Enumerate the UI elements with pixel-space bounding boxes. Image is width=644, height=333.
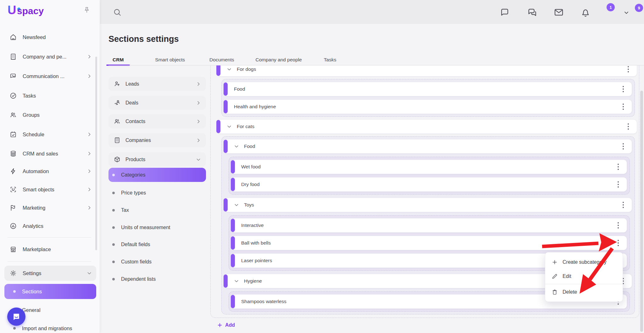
chevron-down-icon[interactable]	[234, 144, 239, 149]
kebab-menu-icon[interactable]	[619, 200, 627, 210]
kebab-menu-icon[interactable]	[624, 122, 632, 131]
kebab-menu-icon[interactable]	[624, 65, 632, 74]
chevron-down-icon[interactable]	[227, 124, 232, 129]
panel-card-leads[interactable]: Leads	[108, 77, 206, 91]
drag-accent	[224, 82, 228, 96]
page-scrollbar[interactable]	[640, 91, 643, 332]
bullet-dot	[112, 243, 115, 246]
chevron-right-icon	[87, 205, 92, 210]
category-context-menu: Create subcategory Edit Delete	[545, 252, 623, 302]
support-chat-fab[interactable]	[7, 308, 25, 326]
sidebar-item-marketing[interactable]: Marketing	[4, 201, 96, 215]
sidebar-divider	[8, 237, 91, 238]
svg-text:U: U	[8, 4, 16, 17]
category-row-for-cats[interactable]: For cats	[217, 119, 637, 134]
bell-icon[interactable]	[580, 7, 591, 18]
tab-tasks[interactable]: Tasks	[318, 54, 343, 65]
subcategory-group-for-dogs: Food Health and hygiene	[221, 79, 635, 117]
panel-item-default-fields[interactable]: Default fields	[108, 237, 206, 251]
mail-icon[interactable]	[553, 7, 564, 18]
kebab-menu-icon[interactable]	[619, 142, 627, 151]
category-row-food-cats[interactable]: Food	[224, 139, 632, 154]
panel-card-products[interactable]: Products	[108, 152, 206, 166]
chevron-right-icon	[196, 119, 201, 124]
group-chat-icon[interactable]	[527, 7, 538, 18]
kebab-menu-icon[interactable]	[614, 221, 622, 230]
sidebar-item-sections[interactable]: Sections	[4, 284, 96, 299]
sidebar-item-automation[interactable]: Automation	[4, 164, 96, 178]
category-row-health-and-hygiene[interactable]: Health and hygiene	[224, 99, 632, 114]
sidebar-item-company-and-people[interactable]: Company and pe...	[4, 50, 96, 64]
tab-smart-objects[interactable]: Smart objects	[149, 54, 191, 65]
panel-card-deals[interactable]: Deals	[108, 96, 206, 110]
tab-documents[interactable]: Documents	[203, 54, 240, 65]
sidebar-item-communication[interactable]: Communication ...	[4, 69, 96, 83]
panel-item-price-types[interactable]: Price types	[108, 186, 206, 200]
kebab-menu-icon[interactable]	[614, 238, 622, 248]
menu-divider	[545, 284, 623, 284]
sidebar-item-settings[interactable]: Settings	[4, 266, 96, 281]
category-row-food[interactable]: Food	[224, 82, 632, 96]
category-row-interactive[interactable]: Interactive	[231, 218, 627, 233]
chevron-right-icon	[87, 169, 92, 174]
tab-company-and-people[interactable]: Company and people	[249, 54, 308, 65]
chevron-right-icon	[87, 151, 92, 156]
pin-sidebar-icon[interactable]	[83, 6, 91, 14]
panel-item-tax[interactable]: Tax	[108, 203, 206, 217]
plus-icon	[217, 322, 223, 328]
panel-item-units-of-measurement[interactable]: Units of measurement	[108, 220, 206, 234]
chevron-down-icon	[196, 157, 201, 162]
sidebar: U spacy Newsfeed Company and pe... Commu…	[0, 0, 100, 333]
kebab-menu-icon[interactable]	[619, 102, 627, 111]
sidebar-item-crm-and-sales[interactable]: CRM and sales	[4, 147, 96, 161]
bullet-dot	[112, 209, 115, 212]
search-icon[interactable]	[113, 8, 122, 17]
drag-accent	[231, 160, 235, 173]
kebab-menu-icon[interactable]	[619, 84, 627, 94]
chevron-down-icon	[87, 271, 92, 276]
sidebar-item-tasks[interactable]: Tasks	[4, 89, 96, 103]
category-row-ball-with-bells[interactable]: Ball with bells	[231, 236, 627, 250]
sidebar-item-newsfeed[interactable]: Newsfeed	[4, 30, 96, 44]
trash-icon	[552, 289, 558, 295]
sidebar-item-groups[interactable]: Groups	[4, 108, 96, 122]
bullet-dot	[13, 290, 16, 293]
drag-accent	[231, 295, 235, 308]
content-header: Sections settings CRM Smart objects Docu…	[100, 24, 644, 65]
svg-text:spacy: spacy	[17, 6, 44, 16]
chevron-down-icon[interactable]	[227, 67, 232, 72]
panel-item-custom-fields[interactable]: Custom fields	[108, 255, 206, 269]
kebab-menu-icon[interactable]	[614, 180, 622, 189]
category-row-toys[interactable]: Toys	[224, 198, 632, 212]
profile-chevron-down-icon[interactable]	[623, 9, 630, 16]
sidebar-item-schedule[interactable]: Schedule	[4, 127, 96, 141]
drag-accent	[231, 236, 235, 250]
sidebar-scrollbar[interactable]	[95, 57, 97, 250]
category-row-wet-food[interactable]: Wet food	[231, 160, 627, 174]
menu-item-delete[interactable]: Delete	[545, 285, 623, 299]
chevron-down-icon[interactable]	[234, 202, 239, 207]
bullet-dot	[112, 192, 115, 194]
menu-item-create-subcategory[interactable]: Create subcategory	[545, 255, 623, 269]
chevron-right-icon	[87, 187, 92, 192]
bullet-dot	[112, 261, 115, 263]
drag-accent	[224, 140, 228, 153]
chevron-down-icon[interactable]	[234, 279, 239, 284]
drag-accent	[231, 178, 235, 191]
chat-phone-icon	[9, 72, 17, 80]
panel-item-categories[interactable]: Categories	[108, 168, 206, 182]
menu-item-edit[interactable]: Edit	[545, 269, 623, 283]
kebab-menu-icon[interactable]	[614, 162, 622, 172]
panel-card-contacts[interactable]: Contacts	[108, 114, 206, 128]
panel-card-companies[interactable]: Companies	[108, 133, 206, 147]
uspacy-logo[interactable]: U spacy	[8, 4, 70, 19]
sidebar-item-smart-objects[interactable]: Smart objects	[4, 183, 96, 196]
tab-crm[interactable]: CRM	[106, 54, 130, 65]
sidebar-item-analytics[interactable]: Analytics	[4, 219, 96, 233]
sidebar-item-marketplace[interactable]: Marketplace	[4, 242, 96, 256]
panel-item-dependent-lists[interactable]: Dependent lists	[108, 272, 206, 286]
analytics-icon	[9, 222, 17, 230]
chat-icon[interactable]	[499, 7, 510, 18]
category-row-dry-food[interactable]: Dry food	[231, 177, 627, 192]
add-category-button[interactable]: Add	[217, 322, 235, 328]
